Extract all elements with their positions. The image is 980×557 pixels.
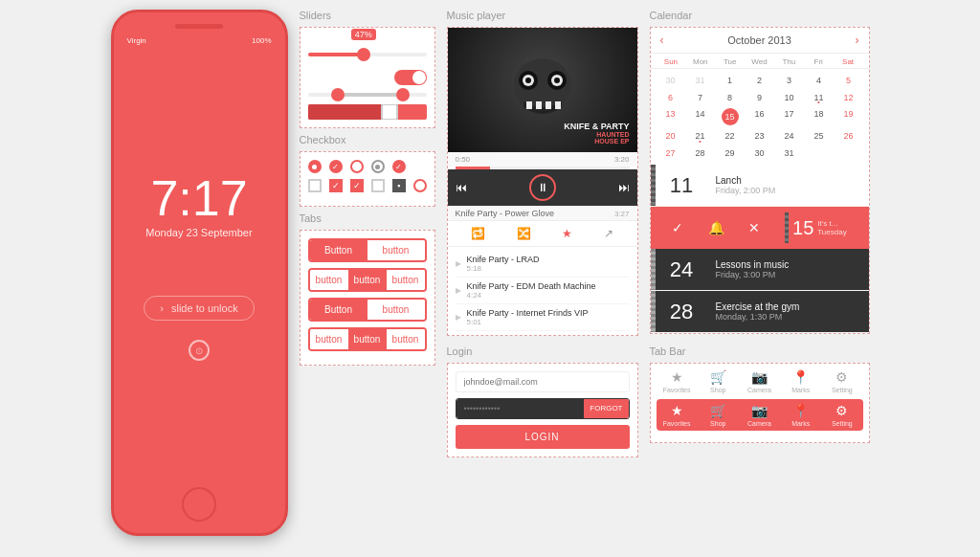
event-date-block-24: 24: [656, 249, 708, 290]
tabbar-active-item-shop[interactable]: 🛒 Shop: [701, 403, 735, 427]
progress-slider[interactable]: [308, 104, 427, 120]
cal-cell[interactable]: 5: [835, 73, 863, 89]
range-slider[interactable]: [308, 93, 427, 97]
event-item-24[interactable]: 24 Lessons in music Friday, 3:00 PM: [651, 249, 869, 291]
setting-active-icon: ⚙: [835, 403, 848, 418]
cal-cell[interactable]: 26: [835, 128, 863, 145]
tabbar-active-item-camera[interactable]: 📷 Camera: [742, 403, 776, 427]
song-item-2[interactable]: ▶ Knife Party - EDM Death Machine 4:24: [456, 278, 630, 304]
cal-cell[interactable]: 18: [805, 106, 834, 127]
cal-cell[interactable]: 22: [716, 128, 745, 145]
check-circle-1[interactable]: ✓: [329, 160, 343, 173]
cal-cell[interactable]: 9: [746, 90, 774, 106]
song-item-1[interactable]: ▶ Knife Party - LRAD 5:18: [456, 251, 630, 278]
song-info-2: Knife Party - EDM Death Machine 4:24: [467, 281, 630, 300]
login-submit-btn[interactable]: LOGIN: [456, 425, 630, 449]
cal-cell[interactable]: 21: [686, 128, 715, 145]
cal-cell[interactable]: 10: [775, 90, 804, 106]
cal-cell[interactable]: 30: [657, 73, 685, 89]
cal-cell[interactable]: 7: [686, 90, 715, 106]
cal-cell[interactable]: 17: [775, 106, 804, 127]
checkbox-checked-2[interactable]: ✓: [350, 179, 364, 192]
cal-cell[interactable]: 2: [746, 73, 774, 89]
tabbar-active-item-setting[interactable]: ⚙ Setting: [825, 403, 859, 427]
tab-button-2-2[interactable]: button: [348, 270, 387, 290]
camera-icon[interactable]: ⊙: [189, 340, 210, 361]
tabbar-item-shop[interactable]: 🛒 Shop: [701, 369, 735, 393]
slide-to-unlock[interactable]: › slide to unlock: [144, 296, 254, 321]
music-prev-btn[interactable]: ⏮: [456, 181, 467, 194]
tab-button-2-3[interactable]: button: [387, 270, 425, 290]
cal-cell[interactable]: 14: [686, 106, 715, 127]
music-shuffle-btn[interactable]: 🔀: [517, 227, 531, 240]
tab-button-3-2[interactable]: button: [368, 300, 425, 320]
cal-cell[interactable]: 4: [805, 73, 834, 89]
cal-cell[interactable]: 28: [686, 145, 715, 162]
cal-cell[interactable]: 23: [746, 128, 774, 145]
calendar-next-btn[interactable]: ›: [856, 33, 859, 47]
cal-cell[interactable]: 31: [686, 73, 715, 89]
music-play-btn[interactable]: ⏸: [529, 174, 556, 201]
tab-button-4-1[interactable]: button: [310, 329, 348, 349]
tabbar-item-marks[interactable]: 📍 Marks: [784, 369, 818, 393]
cal-cell[interactable]: 16: [746, 106, 774, 127]
slider-1[interactable]: 47%: [308, 53, 427, 56]
tab-button-2-1[interactable]: button: [310, 270, 348, 290]
tabbar-item-camera[interactable]: 📷 Camera: [742, 369, 776, 393]
tab-button-3-1[interactable]: Button: [310, 300, 368, 320]
cal-cell[interactable]: 24: [775, 128, 804, 145]
tab-button-4-2[interactable]: button: [348, 329, 387, 349]
checkbox-empty-1[interactable]: [308, 179, 322, 192]
cal-cell[interactable]: 31: [775, 145, 804, 162]
cal-cell[interactable]: 13: [657, 106, 685, 127]
radio-filled-1[interactable]: [308, 160, 322, 173]
checkbox-checked-1[interactable]: ✓: [329, 179, 343, 192]
cal-cell[interactable]: 11: [805, 90, 834, 106]
toggle-switch[interactable]: [394, 70, 427, 85]
cal-cell[interactable]: 1: [716, 73, 745, 89]
tabbar-active-item-favorites[interactable]: ★ Favorites: [659, 403, 694, 427]
cal-cell-today[interactable]: 15: [716, 106, 745, 127]
music-repeat-btn[interactable]: 🔁: [471, 227, 485, 240]
tabbar-item-favorites[interactable]: ★ Favorites: [659, 369, 694, 393]
cal-cell[interactable]: 29: [716, 145, 745, 162]
tab-button-1-1[interactable]: Button: [310, 240, 368, 260]
tab-button-1-2[interactable]: button: [368, 240, 425, 260]
music-star-btn[interactable]: ★: [562, 227, 572, 240]
progress-thumb[interactable]: [381, 104, 398, 120]
event-item-11[interactable]: 11 Lanch Friday, 2:00 PM: [651, 165, 869, 207]
cal-cell[interactable]: 27: [657, 145, 685, 162]
cal-cell[interactable]: 3: [775, 73, 804, 89]
music-next-btn[interactable]: ⏭: [618, 181, 630, 194]
radio-dot-1[interactable]: [371, 160, 385, 173]
cal-cell[interactable]: 8: [716, 90, 745, 106]
range-thumb-left[interactable]: [331, 88, 345, 101]
cal-cell[interactable]: 12: [835, 90, 863, 106]
tabbar-active-item-marks[interactable]: 📍 Marks: [784, 403, 818, 427]
checkbox-empty-2[interactable]: [371, 179, 385, 192]
login-password-input[interactable]: [457, 399, 585, 418]
cal-cell[interactable]: 30: [746, 145, 774, 162]
cal-cell[interactable]: 6: [657, 90, 685, 106]
cal-cell[interactable]: 20: [657, 128, 685, 145]
login-forgot-btn[interactable]: FORGOT: [584, 399, 628, 418]
music-progress-bar[interactable]: [456, 167, 630, 169]
event-check-btn[interactable]: ✓: [672, 220, 683, 235]
calendar-prev-btn[interactable]: ‹: [660, 33, 664, 47]
event-close-btn[interactable]: ✕: [748, 220, 760, 235]
checkbox-dark[interactable]: ▪: [392, 179, 406, 192]
home-button[interactable]: [182, 487, 216, 522]
event-item-28[interactable]: 28 Exercise at the gym Monday, 1:30 PM: [651, 291, 869, 333]
event-bell-btn[interactable]: 🔔: [708, 220, 724, 235]
check-circle-2[interactable]: ✓: [392, 160, 406, 173]
radio-empty-1[interactable]: [350, 160, 364, 173]
music-share-btn[interactable]: ↗: [604, 227, 613, 240]
cal-cell[interactable]: 19: [835, 106, 863, 127]
radio-large-empty[interactable]: [413, 179, 427, 192]
login-email-input[interactable]: [456, 371, 630, 392]
song-item-3[interactable]: ▶ Knife Party - Internet Frinds VIP 5:01: [456, 304, 630, 331]
tab-button-4-3[interactable]: button: [387, 329, 425, 349]
cal-cell[interactable]: 25: [805, 128, 834, 145]
range-thumb-right[interactable]: [396, 88, 410, 101]
tabbar-item-setting[interactable]: ⚙ Setting: [825, 369, 859, 393]
